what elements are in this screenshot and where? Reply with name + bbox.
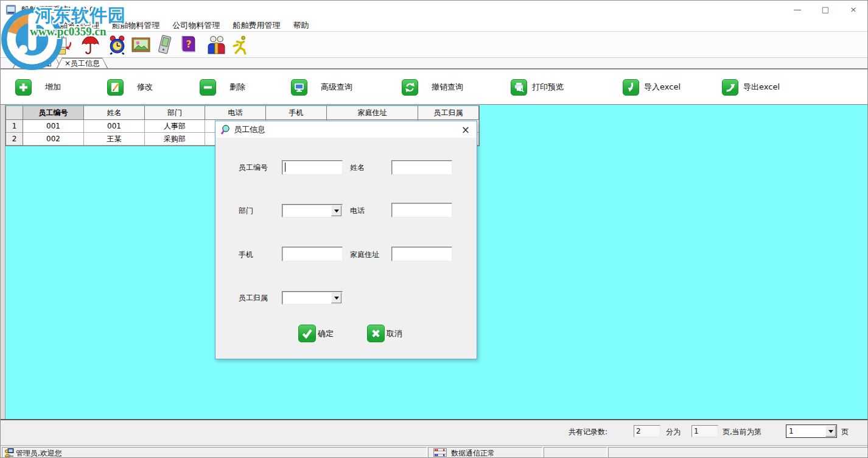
arrow-up-right-icon (722, 79, 738, 96)
edit-button[interactable]: 修改 (107, 79, 153, 96)
page-suffix-label: 页 (841, 427, 849, 437)
column-header-address[interactable]: 家庭住址 (327, 106, 418, 120)
arrow-down-icon (623, 79, 639, 96)
pages-count-box: 1 (691, 425, 718, 437)
name-input[interactable] (391, 160, 452, 175)
app-window: 船舶管理系统V1.2.0 — □ × 基本信息 船舶资料管理 船舶物料管理 公司… (0, 0, 868, 458)
combo-dropdown-icon[interactable] (825, 426, 836, 437)
table-cell[interactable]: 001 (23, 120, 84, 133)
current-page-label: 页,当前为第 (723, 427, 761, 437)
affiliation-select[interactable] (282, 291, 343, 305)
toolbar-separator (254, 34, 254, 55)
tab-label: 员工信息 (71, 59, 100, 68)
users-icon[interactable] (206, 35, 226, 55)
records-count-label: 共有记录数: (569, 427, 607, 437)
menu-item-ship-expense[interactable]: 船舶费用管理 (228, 19, 285, 32)
statusbar: 管理员,欢迎您 数据通信正常 (1, 445, 867, 458)
user-at-computer-icon (4, 448, 14, 457)
dialog-close-icon[interactable]: × (461, 122, 470, 138)
edit-pencil-icon (107, 79, 124, 96)
picture-frame-icon[interactable] (131, 35, 151, 55)
umbrella-icon[interactable] (80, 35, 100, 55)
copy-documents-icon[interactable] (53, 35, 73, 55)
cancel-button[interactable]: 取消 (367, 325, 402, 342)
tab-nav-view[interactable]: 导航视图 (13, 58, 61, 68)
maximize-button[interactable]: □ (811, 1, 839, 19)
status-panel (608, 447, 867, 458)
titlebar: 船舶管理系统V1.2.0 — □ × (1, 1, 867, 19)
close-button[interactable]: × (839, 1, 867, 19)
employee-info-dialog: 员工信息 × 员工编号 姓名 部门 电话 手机 家庭住址 员工归属 确定 (215, 121, 477, 359)
minus-icon (200, 79, 216, 96)
pda-icon[interactable] (155, 35, 175, 55)
left-rail (1, 105, 5, 419)
connection-icon[interactable] (2, 35, 23, 55)
welcome-text: 管理员,欢迎您 (16, 448, 62, 458)
column-header-phone[interactable]: 电话 (205, 106, 266, 120)
confirm-button[interactable]: 确定 (298, 325, 334, 342)
menu-item-ship-data[interactable]: 船舶资料管理 (47, 19, 104, 32)
table-cell[interactable]: 采购部 (145, 133, 205, 146)
text-caret (285, 163, 285, 172)
menu-item-basic-info[interactable]: 基本信息 (2, 19, 44, 32)
x-icon (367, 325, 385, 342)
column-header-affiliation[interactable]: 员工归属 (418, 106, 479, 120)
advanced-query-button[interactable]: 高级查询 (291, 79, 352, 96)
pager-bar: 共有记录数: 2 分为 1 页,当前为第 1 页 (1, 420, 867, 445)
add-button[interactable]: 增加 (15, 79, 61, 96)
column-header-name[interactable]: 姓名 (84, 106, 145, 120)
alarm-clock-icon[interactable] (107, 35, 127, 55)
employee-id-input[interactable] (282, 160, 343, 175)
menu-item-ship-material[interactable]: 船舶物料管理 (107, 19, 164, 32)
window-controls: — □ × (783, 1, 867, 19)
app-icon (5, 4, 16, 15)
toolbar-separator (202, 34, 203, 55)
import-excel-button[interactable]: 导入excel (623, 79, 681, 96)
menu-item-help[interactable]: 帮助 (288, 19, 313, 32)
table-cell[interactable]: 002 (23, 133, 84, 146)
combo-dropdown-icon[interactable] (331, 292, 341, 303)
refresh-arrows-icon (402, 79, 418, 96)
phone-input[interactable] (391, 203, 452, 217)
tab-employee-info[interactable]: ×员工信息 (57, 58, 108, 68)
help-book-icon[interactable]: ? (178, 35, 198, 55)
check-icon (298, 325, 316, 342)
column-header-mobile[interactable]: 手机 (266, 106, 327, 120)
affiliation-label: 员工归属 (239, 291, 268, 305)
toolbar-separator (26, 34, 26, 55)
undo-query-button[interactable]: 撤销查询 (402, 79, 463, 96)
printer-magnifier-icon (511, 79, 527, 96)
address-input[interactable] (391, 247, 452, 261)
menu-item-company-material[interactable]: 公司物料管理 (167, 19, 225, 32)
employee-id-label: 员工编号 (239, 160, 268, 175)
department-select[interactable] (282, 204, 343, 217)
table-cell[interactable]: 001 (84, 120, 145, 133)
dialog-title: 员工信息 (234, 121, 265, 138)
export-excel-button[interactable]: 导出excel (722, 79, 780, 96)
tab-close-icon[interactable]: × (65, 59, 71, 68)
tabbar: 导航视图 ×员工信息 (1, 58, 867, 69)
combo-dropdown-icon[interactable] (331, 205, 341, 216)
status-panel: 数据通信正常 (428, 447, 542, 458)
exit-runner-icon[interactable] (230, 35, 250, 55)
magnifier-icon (220, 124, 231, 135)
table-cell[interactable]: 人事部 (145, 120, 205, 133)
minimize-button[interactable]: — (783, 1, 811, 19)
svg-text:?: ? (186, 39, 191, 50)
column-header-employee-id[interactable]: 员工编号 (23, 106, 84, 120)
mobile-input[interactable] (282, 247, 343, 261)
grid-corner-cell (6, 106, 23, 120)
print-preview-button[interactable]: 打印预览 (511, 79, 564, 96)
row-number-cell[interactable]: 1 (6, 120, 23, 133)
current-page-select[interactable]: 1 (786, 425, 837, 438)
comm-status-text: 数据通信正常 (451, 448, 495, 458)
row-number-cell[interactable]: 2 (6, 133, 23, 146)
status-panel: 管理员,欢迎您 (2, 447, 427, 458)
delete-button[interactable]: 删除 (200, 79, 245, 96)
column-header-department[interactable]: 部门 (145, 106, 205, 120)
abacus-comm-icon (433, 448, 447, 457)
dialog-titlebar: 员工信息 × (215, 121, 477, 138)
table-cell[interactable]: 王某 (84, 133, 145, 146)
compress-folder-icon[interactable] (29, 35, 49, 55)
current-page-value: 1 (789, 425, 794, 437)
